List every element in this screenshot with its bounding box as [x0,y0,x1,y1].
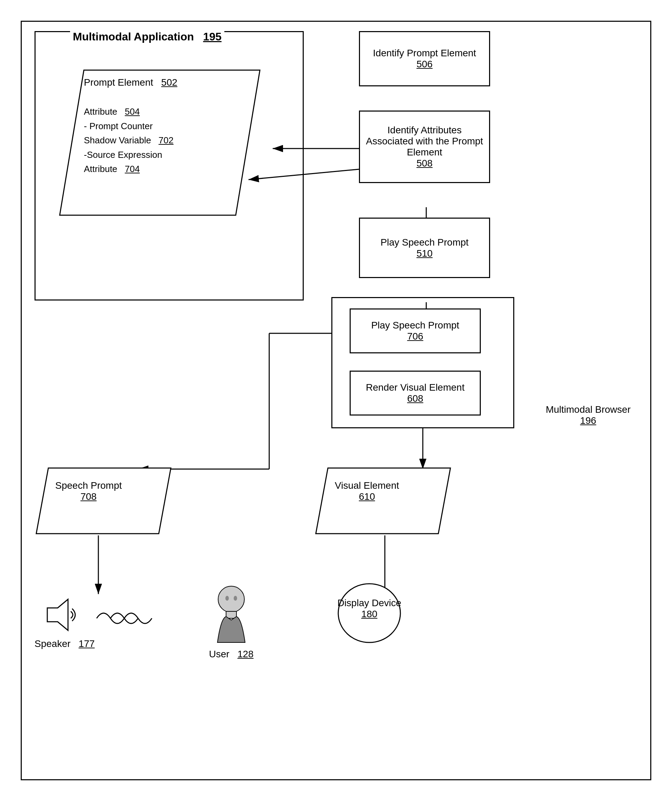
svg-point-16 [218,586,244,613]
prompt-element-shape: Prompt Element 502 Attribute 504 - Promp… [56,67,263,219]
box-510-content: Play Speech Prompt 510 [380,237,468,259]
svg-point-18 [234,596,237,601]
browser-label-text: Multimodal Browser [546,404,630,415]
box-508: Identify Attributes Associated with the … [359,111,490,183]
box-706-number: 706 [371,331,459,342]
shadow-variable-number: 702 [159,135,173,145]
speaker-group: Speaker 177 [35,594,95,649]
shadow-variable-line: Shadow Variable 702 [84,134,173,148]
prompt-element-label: Prompt Element 502 [84,77,177,88]
multimodal-app-label: Multimodal Application 195 [70,31,225,43]
box-608-number: 608 [366,393,465,404]
visual-element-610-text: Visual Element [335,480,399,491]
prompt-label-number: 502 [161,77,177,88]
attr704-number: 704 [125,164,140,174]
shadow-variable-label: Shadow Variable [84,135,151,145]
sound-waves-svg [93,601,162,635]
speech-prompt-708-text: Speech Prompt [55,480,122,491]
box-506-content: Identify Prompt Element 506 [373,48,476,70]
attribute-number: 504 [125,106,140,117]
box-706-content: Play Speech Prompt 706 [371,320,459,342]
box-510: Play Speech Prompt 510 [359,218,490,278]
display-device-group: Display Device 180 [335,580,404,646]
box-508-content: Identify Attributes Associated with the … [364,125,485,169]
user-icon [207,584,255,646]
user-label: User 128 [209,649,253,660]
speaker-icon [44,594,85,635]
prompt-element-content: Attribute 504 - Prompt Counter Shadow Va… [84,105,173,177]
attribute-label: Attribute [84,106,117,117]
visual-element-610-number: 610 [335,491,399,502]
app-label-number: 195 [203,31,221,43]
box-510-number: 510 [380,248,468,259]
source-expression-text: -Source Expression [84,148,173,162]
display-device-label: Display Device 180 [335,598,404,620]
speaker-label: Speaker 177 [35,638,95,649]
attr704-label: Attribute [84,164,117,174]
box-608-content: Render Visual Element 608 [366,382,465,404]
box-508-label: Identify Attributes Associated with the … [364,125,485,158]
box-608: Render Visual Element 608 [350,371,481,415]
browser-label: Multimodal Browser 196 [546,404,630,426]
sound-waves [93,601,162,637]
browser-label-number: 196 [546,415,630,426]
visual-element-610-shape: Visual Element 610 [314,466,452,536]
box-506-label: Identify Prompt Element [373,48,476,59]
speech-prompt-708-shape: Speech Prompt 708 [35,466,173,536]
attribute-detail1: - Prompt Counter [84,119,173,134]
diagram-container: Multimodal Application 195 Prompt Elemen… [14,14,658,787]
prompt-label-text: Prompt Element [84,77,153,88]
multimodal-app-box: Multimodal Application 195 Prompt Elemen… [35,31,304,301]
svg-point-17 [225,596,229,601]
attribute-704-line: Attribute 704 [84,162,173,177]
speech-prompt-708-label: Speech Prompt 708 [55,480,122,502]
app-label-text: Multimodal Application [73,31,194,43]
attribute-line: Attribute 504 [84,105,173,119]
speech-prompt-708-number: 708 [55,491,122,502]
box-506-number: 506 [373,59,476,70]
box-706-label: Play Speech Prompt [371,320,459,331]
user-group: User 128 [207,584,255,660]
box-706: Play Speech Prompt 706 [350,309,481,353]
box-506: Identify Prompt Element 506 [359,31,490,86]
box-510-label: Play Speech Prompt [380,237,468,248]
box-608-label: Render Visual Element [366,382,465,393]
visual-element-610-label: Visual Element 610 [335,480,399,502]
inner-flow-box: Play Speech Prompt 706 Render Visual Ele… [331,297,514,428]
svg-marker-15 [47,599,68,631]
box-508-number: 508 [364,158,485,169]
